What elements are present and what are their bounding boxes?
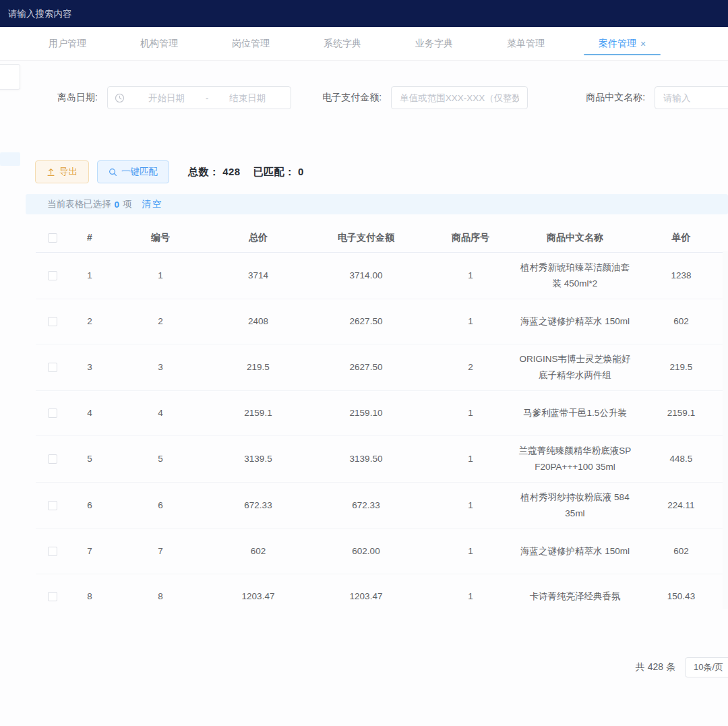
search-icon (109, 168, 117, 177)
cell-product-name: 植村秀新琥珀臻萃洁颜油套装 450ml*2 (514, 253, 636, 299)
date-filter-label: 离岛日期: (57, 92, 98, 104)
cell-code: 8 (110, 582, 211, 611)
tab-menu-management[interactable]: 菜单管理 (497, 27, 554, 60)
cell-product-seq: 1 (427, 398, 514, 428)
row-checkbox[interactable] (48, 317, 57, 326)
start-date-input[interactable] (130, 93, 203, 103)
cell-product-name: 植村秀羽纱持妆粉底液 584 35ml (514, 483, 636, 528)
cell-epayment: 1203.47 (305, 582, 427, 611)
tab-user-management[interactable]: 用户管理 (39, 27, 96, 60)
cell-code: 1 (110, 261, 211, 291)
tab-case-management[interactable]: 案件管理 × (589, 27, 655, 60)
date-range-picker[interactable]: - (107, 86, 291, 109)
global-search-input[interactable] (8, 9, 224, 19)
table-body-viewport: 1 1 3714 3714.00 1 植村秀新琥珀臻萃洁颜油套装 450ml*2… (36, 253, 727, 611)
row-checkbox[interactable] (48, 409, 57, 418)
cell-total-price: 2159.1 (211, 398, 305, 428)
cell-product-seq: 1 (427, 582, 514, 611)
cell-code: 2 (110, 307, 211, 336)
data-table: # 编号 总价 电子支付金额 商品序号 商品中文名称 单价 1 1 3714 3… (36, 222, 727, 611)
cell-product-seq: 1 (427, 491, 514, 520)
cell-unit-price: 602 (636, 307, 727, 336)
collapsed-panel-fragment (0, 64, 20, 90)
payment-filter-label: 电子支付金额: (322, 92, 382, 104)
cell-code: 3 (110, 353, 211, 382)
cell-total-price: 3714 (211, 261, 305, 291)
row-checkbox[interactable] (48, 454, 57, 464)
cell-index: 1 (69, 261, 110, 291)
cell-product-seq: 1 (427, 444, 514, 474)
cell-product-name: 马爹利蓝带干邑1.5公升装 (514, 398, 636, 428)
selection-prefix: 当前表格已选择 (47, 198, 111, 210)
match-stats: 总数： 428 已匹配： 0 (188, 166, 313, 179)
cell-product-name: 海蓝之谜修护精萃水 150ml (514, 307, 636, 336)
payment-amount-input[interactable] (391, 86, 528, 109)
tab-business-dict[interactable]: 业务字典 (406, 27, 462, 60)
col-header-code: 编号 (110, 222, 211, 252)
one-key-match-button[interactable]: 一键匹配 (97, 160, 169, 183)
col-header-index: # (69, 222, 110, 252)
table-row: 7 7 602 602.00 1 海蓝之谜修护精萃水 150ml 602 (36, 529, 727, 574)
selection-bar: 当前表格已选择 0 项 清空 (26, 194, 728, 214)
pagination-total: 共 428 条 (636, 661, 675, 673)
table-row: 3 3 219.5 2627.50 2 ORIGINS韦博士灵芝焕能好底子精华水… (36, 344, 727, 391)
close-icon[interactable]: × (640, 39, 646, 49)
col-header-total-price: 总价 (211, 222, 305, 252)
filter-row: 离岛日期: - 电子支付金额: 商品中文名称: (26, 86, 728, 109)
cell-index: 4 (69, 398, 110, 428)
tab-label: 系统字典 (324, 38, 361, 50)
export-button[interactable]: 导出 (35, 160, 89, 183)
row-checkbox[interactable] (48, 271, 57, 280)
page-size-value: 10条/页 (694, 661, 723, 673)
tab-org-management[interactable]: 机构管理 (131, 27, 187, 60)
row-checkbox[interactable] (48, 592, 57, 601)
cell-product-name: 卡诗菁纯亮泽经典香氛 (514, 582, 636, 611)
tab-post-management[interactable]: 岗位管理 (222, 27, 279, 60)
clear-selection-link[interactable]: 清空 (142, 198, 163, 210)
top-navbar (0, 0, 728, 27)
selection-suffix: 项 (123, 198, 132, 210)
tab-label: 岗位管理 (232, 38, 270, 50)
select-all-checkbox[interactable] (48, 233, 57, 243)
cell-product-seq: 1 (427, 261, 514, 291)
page-size-select[interactable]: 10条/页 (685, 657, 728, 677)
cell-epayment: 2159.10 (305, 398, 427, 428)
col-header-epayment: 电子支付金额 (305, 222, 427, 252)
cell-product-name: ORIGINS韦博士灵芝焕能好底子精华水两件组 (514, 344, 636, 390)
cell-code: 6 (110, 491, 211, 520)
cell-product-name: 海蓝之谜修护精萃水 150ml (514, 537, 636, 566)
tab-label: 菜单管理 (507, 38, 545, 50)
row-checkbox[interactable] (48, 363, 57, 372)
cell-epayment: 3139.50 (305, 444, 427, 474)
cell-total-price: 3139.5 (211, 444, 305, 474)
col-header-unit-price: 单价 (636, 222, 727, 252)
export-button-label: 导出 (59, 166, 78, 178)
table-row: 6 6 672.33 672.33 1 植村秀羽纱持妆粉底液 584 35ml … (36, 483, 727, 529)
col-header-product-name: 商品中文名称 (514, 222, 636, 252)
cell-unit-price: 1238 (636, 261, 727, 291)
app-window: 用户管理 机构管理 岗位管理 系统字典 业务字典 菜单管理 案件管理 × 离岛日… (0, 0, 728, 726)
row-checkbox[interactable] (48, 501, 57, 510)
tab-label: 用户管理 (49, 38, 86, 50)
row-checkbox[interactable] (48, 547, 57, 556)
toolbar: 导出 一键匹配 总数： 428 已匹配： 0 (26, 160, 728, 183)
selection-count: 0 (115, 200, 120, 210)
cutoff-button-fragment (0, 152, 20, 166)
cell-unit-price: 2159.1 (636, 398, 727, 428)
product-name-filter-label: 商品中文名称: (586, 92, 645, 104)
total-count-text: 总数： 428 (188, 166, 241, 177)
cell-epayment: 2627.50 (305, 353, 427, 382)
table-row: 1 1 3714 3714.00 1 植村秀新琥珀臻萃洁颜油套装 450ml*2… (36, 253, 727, 299)
main-content: 离岛日期: - 电子支付金额: 商品中文名称: (0, 86, 728, 611)
date-range-separator: - (203, 93, 211, 103)
cell-unit-price: 219.5 (636, 353, 727, 382)
cell-epayment: 3714.00 (305, 261, 427, 291)
cell-total-price: 2408 (211, 307, 305, 336)
cell-unit-price: 448.5 (636, 444, 727, 474)
cell-total-price: 602 (211, 537, 305, 566)
cell-epayment: 602.00 (305, 537, 427, 566)
tab-system-dict[interactable]: 系统字典 (314, 27, 371, 60)
end-date-input[interactable] (211, 93, 284, 103)
product-name-input[interactable] (655, 86, 728, 109)
tab-label: 机构管理 (140, 38, 178, 50)
